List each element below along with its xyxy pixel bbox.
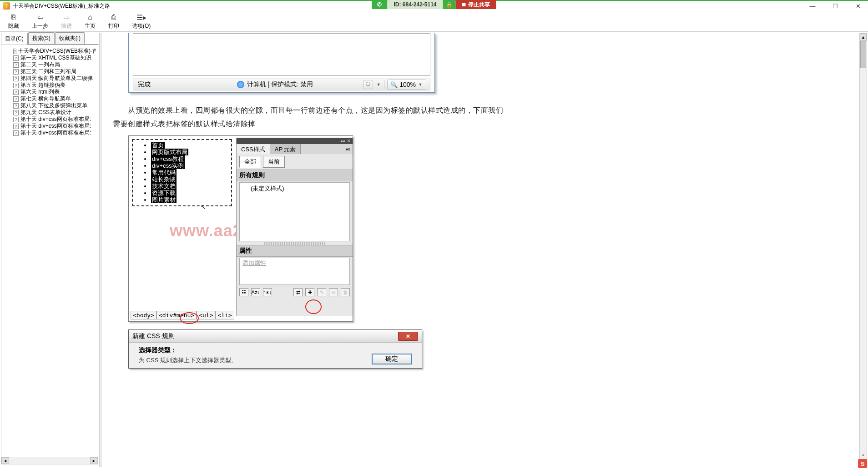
category-view-button[interactable]: ☷ [239,288,248,296]
forward-icon: ⇨ [62,13,71,21]
scroll-track[interactable] [9,457,90,464]
close-button[interactable]: ✕ [852,2,864,10]
panel-close-icon[interactable]: ✕ [346,139,352,143]
home-icon: ⌂ [86,13,95,21]
list-item-label: 站长杂谈 [151,176,177,183]
minimize-button[interactable]: — [806,2,819,10]
properties-box[interactable]: 添加属性 [239,258,350,285]
tree-item[interactable]: ?第十天 div+css网页标准布局: [13,123,96,130]
tree-item[interactable]: ?第十天 div+css网页标准布局: [13,116,96,123]
chevron-down-icon[interactable]: ▼ [418,82,423,87]
subtab-all[interactable]: 全部 [239,156,261,168]
add-property-link[interactable]: 添加属性 [242,259,266,266]
attach-stylesheet-button[interactable]: ⇄ [293,288,303,296]
panel-menu-icon[interactable]: ▾≡ [343,144,353,154]
tree-item-label: 第三天 二列和三列布局 [20,68,76,75]
lock-icon[interactable]: 🔒 [443,0,456,9]
scroll-left-arrow[interactable]: ◄ [1,457,9,464]
tree-item-label: 第四天 纵向导航菜单及二级弹 [20,75,93,82]
delete-rule-button[interactable]: 🗑 [341,288,350,296]
dw-design-selection: 首页网页版式布局div+css教程div+css实例常用代码站长杂谈技术文档资源… [132,139,232,206]
tree-item[interactable]: ?第二天 一列布局 [13,61,96,68]
help-page-icon: ? [13,55,19,61]
ie-security-mode: 计算机 | 保护模式: 禁用 [247,80,313,89]
tree-item-label: 第十天 div+css网页标准布局: [20,130,91,136]
tag-li[interactable]: <li> [216,311,234,319]
dialog-close-button[interactable]: ✕ [398,332,418,341]
ok-button[interactable]: 确定 [372,354,412,364]
remote-id: ID: 684-242-5114 [387,0,443,9]
maximize-button[interactable]: ☐ [829,2,842,10]
tree-horizontal-scrollbar[interactable]: ◄ ► [1,457,98,464]
tab-search[interactable]: 搜索(S) [28,32,55,44]
tree-item[interactable]: ?第六天 html列表 [13,89,96,95]
tab-ap-elements[interactable]: AP 元素 [270,144,301,154]
magnifier-icon: 🔍 [390,81,398,88]
dreamweaver-window: 首页网页版式布局div+css教程div+css实例常用代码站长杂谈技术文档资源… [128,135,353,322]
help-page-icon: ? [13,124,19,129]
scroll-thumb[interactable] [860,41,866,68]
help-page-icon: ? [13,130,19,136]
tab-contents[interactable]: 目录(C) [1,33,28,45]
home-button[interactable]: ⌂ 主页 [85,13,96,30]
home-label: 主页 [85,22,96,30]
options-button[interactable]: ☰▸ 选项(O) [132,13,151,30]
ie-page-icon[interactable]: 🛡 [363,80,373,89]
tree-item[interactable]: ?第一天 XHTML CSS基础知识 [13,55,96,61]
article-paragraph: 从预览的效果上看，四周都有很大的空隙，而且每一行前边还有个点，这是因为标签的默认… [113,104,504,131]
tree-item[interactable]: ?第五天 超链接伪类 [13,82,96,89]
tree-item-label: 第七天 横向导航菜单 [20,95,71,102]
list-item: 常用代码 [151,169,229,176]
content-vertical-scrollbar[interactable]: ▲ [859,33,867,467]
back-button[interactable]: ⇦ 上一步 [32,13,48,30]
tree-item[interactable]: ?十天学会DIV+CSS(WEB标准)-首 [13,48,96,55]
collapse-icon[interactable]: ◂◂ [340,139,345,143]
list-item-label: 常用代码 [151,169,177,176]
tree-item[interactable]: ?第七天 横向导航菜单 [13,95,96,102]
main-toolbar: ⎘ 隐藏 ⇦ 上一步 ⇨ 前进 ⌂ 主页 ⎙ 打印 ☰▸ 选项(O) [0,12,868,32]
disable-button[interactable]: ⊘ [329,288,338,296]
hide-label: 隐藏 [8,22,19,30]
tree-item[interactable]: ?第十天 div+css网页标准布局: [13,130,96,136]
window-title: 十天学会DIV+CSS(WEB标准)_标准之路 [13,2,110,10]
globe-icon [237,81,244,88]
ie-status-done: 完成 [133,80,155,89]
tree-item[interactable]: ?第九天 CSS表单设计 [13,109,96,116]
ime-expand-icon[interactable]: ▴ [859,452,867,458]
list-item-label: 首页 [151,142,165,149]
css-panel-footer: ☷ Aᴢ↓ *∗↓ ⇄ ✚ ✎ ⊘ 🗑 [237,286,353,298]
ie-status-bar: 完成 计算机 | 保护模式: 禁用 🛡 ▼ 🔍 100% ▼ [133,79,430,90]
options-label: 选项(O) [132,22,151,30]
tag-ul[interactable]: <ul> [197,311,215,319]
subtab-current[interactable]: 当前 [263,156,285,168]
scroll-up-arrow[interactable]: ▲ [860,33,867,41]
rules-list[interactable]: (未定义样式) [239,182,350,241]
undefined-style-item[interactable]: (未定义样式) [242,184,347,194]
list-item-label: 技术文档 [151,183,177,190]
tab-favorites[interactable]: 收藏夹(I) [55,32,85,44]
forward-button: ⇨ 前进 [61,13,72,30]
chevron-down-icon[interactable]: ▼ [376,82,381,87]
hide-button[interactable]: ⎘ 隐藏 [8,13,19,30]
new-css-rule-button[interactable]: ✚ [305,288,314,296]
phone-icon[interactable]: ✆ [372,0,387,9]
tree-item[interactable]: ?第四天 纵向导航菜单及二级弹 [13,75,96,82]
tree-item[interactable]: ?第八天 下拉及多级弹出菜单 [13,102,96,109]
set-view-button[interactable]: *∗↓ [263,288,272,296]
css-mode-tabs: 全部 当前 [237,154,353,170]
help-page-icon: ? [13,76,19,81]
print-button[interactable]: ⎙ 打印 [108,13,119,30]
ie-zoom-value: 100% [399,81,416,88]
tree-item[interactable]: ?第三天 二列和三列布局 [13,68,96,75]
stop-share-button[interactable]: 停止共享 [456,0,496,9]
ime-indicator[interactable]: S [858,459,867,468]
list-item: div+css实例 [151,162,229,169]
list-view-button[interactable]: Aᴢ↓ [251,288,260,296]
edit-rule-button[interactable]: ✎ [317,288,326,296]
vertical-splitter[interactable] [99,33,101,467]
tag-body[interactable]: <body> [131,311,156,319]
help-page-icon: ? [13,90,19,95]
scroll-right-arrow[interactable]: ► [90,457,98,464]
ie-zoom-control[interactable]: 🔍 100% ▼ [387,80,426,90]
tab-css-styles[interactable]: CSS样式 [237,144,270,154]
